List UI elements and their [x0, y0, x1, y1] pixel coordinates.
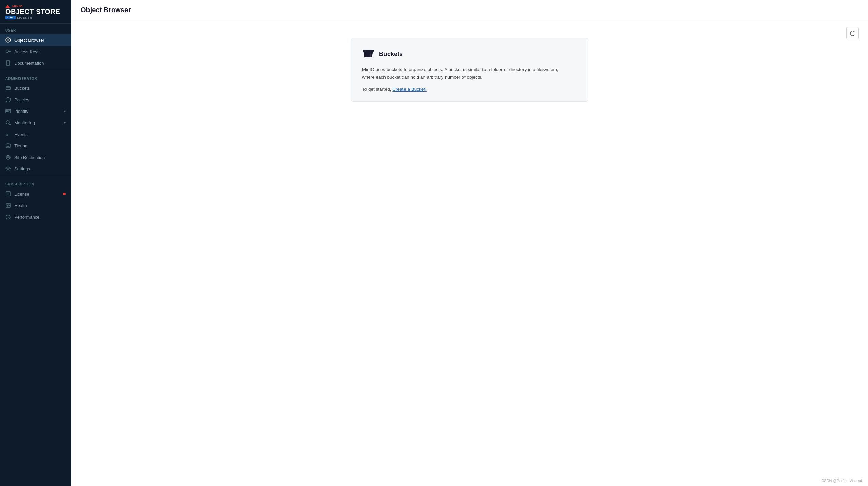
site-replication-icon: [5, 155, 11, 160]
settings-label: Settings: [14, 166, 66, 171]
license-badge: LICENSE: [17, 16, 33, 19]
tiering-icon: [5, 143, 11, 148]
svg-point-23: [6, 144, 10, 145]
sidebar-item-settings[interactable]: Settings: [0, 163, 71, 175]
access-keys-label: Access Keys: [14, 49, 66, 54]
refresh-button[interactable]: [846, 27, 859, 39]
bucket-card-title: Buckets: [379, 50, 403, 58]
agpl-badge: AGPL: [5, 16, 16, 19]
buckets-label: Buckets: [14, 86, 66, 91]
sidebar-item-health[interactable]: Health: [0, 200, 71, 211]
bucket-card-header: Buckets: [362, 48, 577, 60]
object-browser-label: Object Browser: [14, 38, 66, 43]
sidebar-item-identity[interactable]: Identity ▾: [0, 105, 71, 117]
documentation-icon: [5, 60, 11, 66]
sidebar-item-access-keys[interactable]: Access Keys: [0, 46, 71, 57]
section-user-label: User: [0, 24, 71, 34]
bucket-cta-text: To get started, Create a Bucket.: [362, 87, 577, 92]
page-title: Object Browser: [81, 6, 131, 14]
performance-label: Performance: [14, 215, 66, 220]
page-header: Object Browser: [71, 0, 868, 20]
svg-text:λ: λ: [6, 132, 8, 137]
health-icon: [5, 203, 11, 208]
object-browser-icon: [5, 37, 11, 43]
svg-point-17: [6, 110, 8, 112]
sidebar-item-license[interactable]: License: [0, 188, 71, 200]
monitoring-icon: [5, 120, 11, 125]
health-label: Health: [14, 203, 66, 208]
bucket-desc-line1: MinIO uses buckets to organize objects. …: [362, 66, 577, 81]
license-icon: [5, 191, 11, 197]
access-keys-icon: [5, 49, 11, 54]
sidebar-item-site-replication[interactable]: Site Replication: [0, 151, 71, 163]
sidebar-item-tiering[interactable]: Tiering: [0, 140, 71, 151]
sidebar-item-events[interactable]: λ Events: [0, 128, 71, 140]
sidebar: MINIO OBJECT STORE AGPL LICENSE User Obj…: [0, 0, 71, 486]
svg-point-1: [7, 39, 9, 41]
identity-label: Identity: [14, 109, 61, 114]
svg-point-6: [6, 50, 8, 53]
object-store-text: OBJECT STORE: [5, 8, 66, 15]
buckets-icon: [5, 85, 11, 91]
footer-credit: CSDN @Porfirio Vincent: [821, 479, 862, 483]
tiering-label: Tiering: [14, 143, 66, 148]
monitoring-chevron-icon: ▾: [64, 121, 66, 125]
svg-line-21: [9, 124, 11, 125]
documentation-label: Documentation: [14, 61, 66, 66]
svg-point-26: [7, 168, 9, 170]
sidebar-item-object-browser[interactable]: Object Browser: [0, 34, 71, 46]
main-content: Object Browser Buckets: [71, 0, 868, 486]
sidebar-item-buckets[interactable]: Buckets: [0, 82, 71, 94]
sidebar-item-policies[interactable]: Policies: [0, 94, 71, 105]
events-icon: λ: [5, 131, 11, 137]
identity-icon: [5, 108, 11, 114]
section-administrator-label: Administrator: [0, 72, 71, 82]
minio-logo-icon: [5, 5, 10, 8]
license-dot-badge: [63, 193, 66, 195]
svg-point-33: [8, 217, 8, 217]
license-label: License: [14, 191, 59, 197]
identity-chevron-icon: ▾: [64, 109, 66, 113]
policies-label: Policies: [14, 97, 66, 102]
bucket-card-icon: [362, 48, 374, 60]
events-label: Events: [14, 132, 66, 137]
refresh-icon: [850, 31, 855, 36]
sidebar-item-monitoring[interactable]: Monitoring ▾: [0, 117, 71, 128]
monitoring-label: Monitoring: [14, 120, 61, 125]
svg-rect-14: [6, 87, 10, 90]
bucket-info-card: Buckets MinIO uses buckets to organize o…: [351, 38, 588, 102]
performance-icon: [5, 214, 11, 220]
policies-icon: [5, 97, 11, 102]
content-area: Buckets MinIO uses buckets to organize o…: [71, 20, 868, 486]
svg-rect-34: [363, 50, 374, 52]
section-subscription-label: Subscription: [0, 178, 71, 188]
create-bucket-link[interactable]: Create a Bucket.: [392, 87, 427, 92]
sidebar-item-documentation[interactable]: Documentation: [0, 57, 71, 69]
site-replication-label: Site Replication: [14, 155, 66, 160]
sidebar-item-performance[interactable]: Performance: [0, 211, 71, 223]
settings-icon: [5, 166, 11, 171]
logo-area: MINIO OBJECT STORE AGPL LICENSE: [0, 0, 71, 24]
